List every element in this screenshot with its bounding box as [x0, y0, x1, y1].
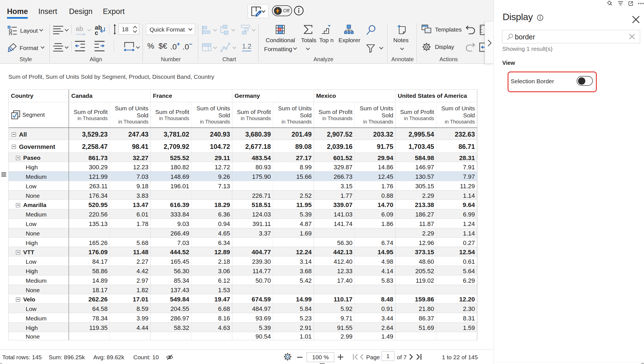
value-cell[interactable]: 12.89 — [191, 247, 232, 256]
value-cell[interactable]: 391.11 — [232, 219, 273, 228]
country-header[interactable]: Canada — [69, 90, 151, 102]
value-cell[interactable]: 333.84 — [151, 209, 191, 218]
value-cell[interactable]: 1.77 — [314, 191, 355, 200]
value-cell[interactable]: 5.64 — [436, 266, 477, 275]
chevron-down-icon[interactable] — [65, 29, 69, 32]
value-cell[interactable]: 6.34 — [191, 238, 232, 247]
decimal-increase-button[interactable]: .0+ — [170, 42, 180, 51]
popout-icon[interactable] — [628, 1, 633, 6]
value-cell[interactable]: 7.03 — [110, 172, 151, 181]
value-cell[interactable]: 175.90 — [232, 172, 273, 181]
value-cell[interactable]: 130.57 — [396, 172, 436, 181]
value-cell[interactable]: 3,680.39 — [232, 128, 273, 140]
value-cell[interactable]: 15.66 — [273, 172, 314, 181]
value-cell[interactable]: 0.91 — [355, 304, 396, 313]
tab-insert[interactable]: Insert — [38, 7, 57, 16]
measure-header-profit[interactable]: Sum of Profitin Thousands — [69, 102, 110, 127]
value-cell[interactable]: 159.86 — [396, 294, 436, 303]
value-cell[interactable]: 1.76 — [355, 181, 396, 190]
value-cell[interactable] — [191, 191, 232, 200]
value-cell[interactable]: 0.88 — [355, 191, 396, 200]
table-row[interactable]: Medium14.892.9785.346.1250.705.4217.405.… — [9, 275, 477, 285]
value-cell[interactable]: 28.31 — [436, 153, 477, 162]
value-cell[interactable] — [396, 332, 436, 340]
value-cell[interactable]: 124.03 — [232, 209, 273, 218]
value-cell[interactable]: 14.89 — [69, 275, 110, 285]
value-cell[interactable]: 6.99 — [436, 209, 477, 218]
more-options-icon[interactable] — [638, 3, 644, 4]
value-cell[interactable]: 5.84 — [273, 304, 314, 313]
value-cell[interactable]: 4.98 — [355, 256, 396, 266]
value-cell[interactable]: 50.70 — [232, 275, 273, 285]
value-cell[interactable]: 32.27 — [110, 153, 151, 162]
value-cell[interactable]: 203.32 — [355, 128, 396, 140]
value-cell[interactable] — [273, 181, 314, 190]
value-cell[interactable]: 266.73 — [314, 172, 355, 181]
value-cell[interactable]: 12.72 — [191, 162, 232, 171]
selection-border-toggle[interactable] — [577, 76, 593, 86]
value-cell[interactable]: 484.97 — [232, 304, 273, 313]
value-cell[interactable]: 525.52 — [151, 153, 191, 162]
quick-calc-toggle[interactable]: Off — [272, 5, 292, 16]
value-cell[interactable]: 5.39 — [273, 209, 314, 218]
value-cell[interactable] — [314, 228, 355, 237]
value-cell[interactable]: 86.37 — [396, 313, 436, 322]
segment-cell[interactable]: Segment — [9, 102, 69, 127]
value-cell[interactable]: 91.75 — [355, 140, 396, 153]
value-cell[interactable] — [232, 181, 273, 190]
value-cell[interactable]: 3,781.02 — [151, 128, 191, 140]
expand-ribbon-card[interactable] — [485, 21, 494, 64]
value-cell[interactable]: 5.23 — [273, 313, 314, 322]
value-cell[interactable]: 9.03 — [151, 219, 191, 228]
value-cell[interactable]: 51.69 — [396, 323, 436, 332]
value-cell[interactable]: 7.91 — [436, 162, 477, 171]
value-cell[interactable]: 2.18 — [191, 256, 232, 266]
zoom-level[interactable]: 100 % — [307, 352, 334, 362]
value-cell[interactable]: 3.06 — [191, 266, 232, 275]
value-cell[interactable]: 305.15 — [396, 181, 436, 190]
value-cell[interactable]: 146.97 — [396, 162, 436, 171]
value-cell[interactable]: 2,995.54 — [396, 128, 436, 140]
close-panel-icon[interactable] — [632, 16, 640, 23]
country-header[interactable]: United States of America — [396, 90, 477, 102]
value-cell[interactable]: 7.13 — [191, 181, 232, 190]
value-cell[interactable]: 6.68 — [191, 304, 232, 313]
indent-increase-icon[interactable] — [94, 41, 105, 51]
value-cell[interactable]: 3.83 — [110, 191, 151, 200]
tab-home[interactable]: Home — [7, 7, 28, 16]
spinner-up-icon[interactable] — [133, 26, 137, 29]
value-cell[interactable]: 14.86 — [355, 162, 396, 171]
table-row[interactable]: High58.864.4256.303.06114.773.6812.334.1… — [9, 266, 477, 275]
value-cell[interactable]: 98.41 — [110, 140, 151, 153]
value-cell[interactable]: 14.99 — [273, 294, 314, 303]
row-drag-handle[interactable] — [1, 172, 6, 177]
collapse-row-icon[interactable] — [16, 298, 20, 302]
value-cell[interactable]: 2.99 — [314, 332, 355, 340]
table-row[interactable]: Amarilla520.9513.47616.3918.29518.5111.9… — [9, 200, 477, 209]
value-cell[interactable]: 84.17 — [69, 256, 110, 266]
value-cell[interactable]: 247.43 — [110, 128, 151, 140]
value-cell[interactable]: 5.68 — [110, 238, 151, 247]
table-row[interactable]: All3,529.23247.433,781.02240.933,680.392… — [9, 128, 477, 140]
align-center-lines-icon[interactable] — [53, 43, 63, 53]
value-cell[interactable]: 114.77 — [232, 266, 273, 275]
value-cell[interactable]: 286.97 — [151, 313, 191, 322]
value-cell[interactable]: 4.42 — [110, 266, 151, 275]
value-cell[interactable]: 5.39 — [232, 323, 273, 332]
value-cell[interactable]: 141.74 — [314, 219, 355, 228]
value-cell[interactable]: 2.97 — [110, 275, 151, 285]
value-cell[interactable]: 8.16 — [191, 313, 232, 322]
indent-decrease-icon[interactable] — [75, 41, 85, 51]
value-cell[interactable]: 12.96 — [396, 238, 436, 247]
measure-header-profit[interactable]: Sum of Profitin Thousands — [151, 102, 191, 127]
chevron-down-icon[interactable] — [379, 47, 383, 50]
value-cell[interactable]: 220.56 — [69, 209, 110, 218]
value-cell[interactable]: 2.29 — [396, 191, 436, 200]
value-cell[interactable]: 9.64 — [436, 200, 477, 209]
value-cell[interactable]: 240.93 — [191, 128, 232, 140]
value-cell[interactable]: 19.47 — [191, 294, 232, 303]
value-cell[interactable]: 3.37 — [232, 228, 273, 237]
collapse-row-icon[interactable] — [16, 250, 20, 254]
value-cell[interactable]: 2.52 — [273, 191, 314, 200]
value-cell[interactable]: 616.39 — [151, 200, 191, 209]
